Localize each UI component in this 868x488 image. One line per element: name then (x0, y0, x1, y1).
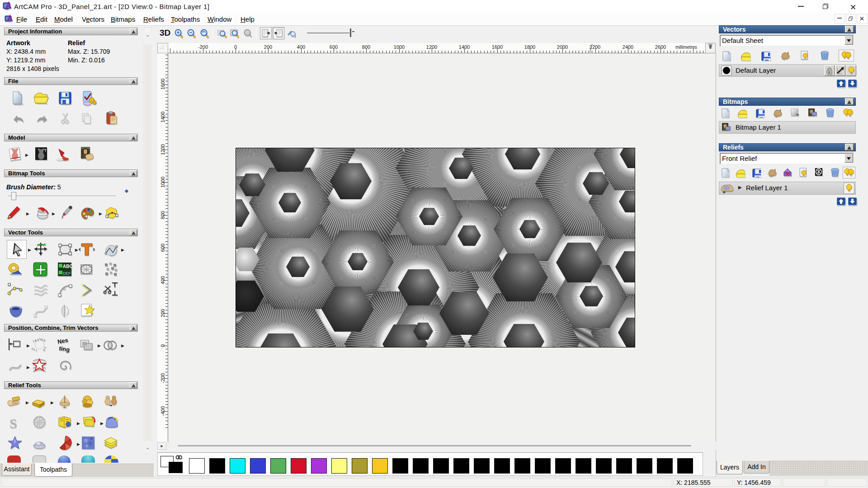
svg-text:ting: ting (59, 345, 71, 353)
svg-text:T: T (44, 148, 47, 153)
svg-text:Nes: Nes (57, 338, 69, 345)
svg-text:ABC: ABC (63, 264, 73, 269)
svg-text:o n: o n (41, 338, 46, 343)
svg-text:t e x t: t e x t (33, 337, 41, 343)
svg-text:DEF: DEF (63, 271, 71, 276)
svg-text:S: S (9, 416, 17, 431)
svg-text:c u: c u (43, 347, 47, 352)
svg-text:r v e: r v e (32, 347, 37, 352)
